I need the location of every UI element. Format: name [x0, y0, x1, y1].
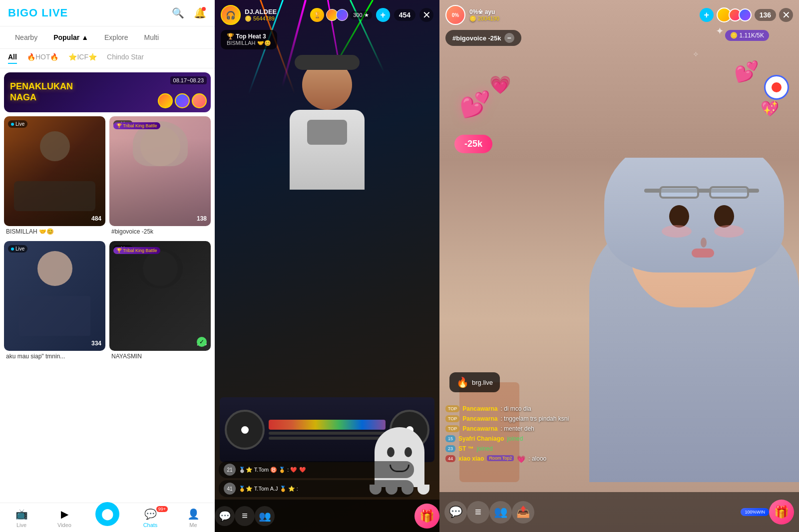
streamer-id: 🪙 5644789 [245, 15, 277, 22]
heart-decoration-4: 💖 [761, 100, 779, 117]
stream-title-2: #bigovoice -25k [109, 226, 211, 237]
notification-dot [202, 7, 206, 11]
filter-tabs: All 🔥HOT🔥 ⭐ICF⭐ Chindo Star [0, 49, 215, 68]
right-chat-msg-6: 44 xiao xiao Room Top2 💗 : alooo [445, 455, 793, 463]
right-avatar: 0% [445, 5, 465, 25]
heat-badge-text: 🏆 Top Heat 3 [227, 33, 271, 40]
brg-live-text: brg.live [472, 379, 493, 386]
stream-thumb-3: Live 334 [4, 241, 105, 351]
middle-top-bar: 🎧 DJ.ALDEE 🪙 5644789 🏆 300 ★ + 454 ✕ [215, 0, 439, 30]
chat-user-5: ST ™ [458, 445, 474, 452]
right-gift-btn[interactable]: 🎁 [769, 500, 794, 525]
users-button[interactable]: 👥 [255, 506, 275, 526]
filter-all[interactable]: All [8, 53, 17, 64]
right-chat-msg-5: 23 ST ™ joined [445, 445, 793, 452]
middle-video-bg [215, 0, 439, 532]
nav-center[interactable]: ⬤ [86, 507, 129, 528]
chat-icon-1: 21 [224, 464, 236, 476]
nav-me[interactable]: 👤 Me [172, 507, 215, 528]
chat-user-3: Pancawarna [462, 425, 497, 432]
tab-explore[interactable]: Explore [97, 30, 135, 44]
right-name-row: 0%※ ayu 🪙 2004190 [469, 8, 499, 22]
stream-grid-2: Live 334 aku mau siap" tmnin... Live 174 [4, 241, 211, 362]
points-badge: 🪙 1.11K/5K [725, 30, 769, 41]
record-button[interactable] [764, 75, 789, 100]
join-text-2: joined [477, 445, 493, 452]
viewers-3: 334 [91, 340, 101, 347]
stream-card-2[interactable]: Live 138 🏆 Tribal King Battle #bigovoice… [109, 116, 211, 237]
chat-badge-4: 15 [445, 435, 455, 442]
stream-thumb-1: Live 484 [4, 116, 105, 226]
tribal-badge-4: 🏆 Tribal King Battle [113, 245, 160, 254]
tab-nearby[interactable]: Nearby [8, 30, 44, 44]
live-badge-3: Live [8, 245, 27, 253]
streamer-name: DJ.ALDEE [245, 8, 277, 15]
chat-text-r3: : menter deh [500, 425, 534, 432]
nav-chats[interactable]: 💬 Chats 99+ [129, 507, 172, 528]
middle-panel: 🎧 DJ.ALDEE 🪙 5644789 🏆 300 ★ + 454 ✕ 🏆 T… [215, 0, 439, 532]
right-panel: 💕 💗 💕 💖 ✦ ✧ [439, 0, 799, 532]
chat-badge-3: TOP [445, 425, 459, 432]
nav-video-label: Video [57, 522, 71, 528]
right-comment-btn[interactable]: 💬 [444, 501, 467, 524]
banner-date: 08.17~08.23 [170, 76, 207, 84]
heart-decoration-1: 💕 [459, 90, 490, 119]
search-icon[interactable]: 🔍 [171, 6, 185, 20]
right-coins: 🪙 2004190 [469, 15, 499, 22]
chat-user-4: Syafri Chaniago [458, 435, 504, 442]
stream-thumb-2: Live 138 🏆 Tribal King Battle [109, 116, 211, 226]
filter-chindo[interactable]: Chindo Star [107, 53, 144, 64]
right-close-button[interactable]: ✕ [779, 8, 793, 22]
minus-button[interactable]: − [504, 33, 514, 43]
right-follow-button[interactable]: + [700, 8, 714, 22]
stream-card-1[interactable]: Live 484 BISMILLAH 🤝😊 [4, 116, 105, 237]
streamer-avatar: 🎧 [221, 5, 241, 25]
nav-live[interactable]: 📺 Live [0, 507, 43, 528]
right-viewers-count: 136 [755, 9, 776, 21]
tab-popular[interactable]: Popular ▲ [46, 30, 95, 44]
stream-title-3: aku mau siap" tmnin... [4, 351, 105, 362]
stream-card-3[interactable]: Live 334 aku mau siap" tmnin... [4, 241, 105, 362]
sparkle-2: ✧ [693, 50, 699, 59]
chat-msg-2: 41 🥇⭐ T.Tom A.J 🏅 ⭐ : [219, 480, 414, 497]
stream-card-4[interactable]: Live 174 🏆 Tribal King Battle ✓ NAYASMIN [109, 241, 211, 362]
chat-overlay: 21 🥈⭐ T.Tom ♉ 🏅 : ❤️ ❤️ 41 🥇⭐ T.Tom A.J … [219, 461, 435, 497]
bigo-logo: BIGO LIVE [8, 6, 68, 19]
live-icon: 📺 [14, 507, 28, 521]
viewers-1: 484 [91, 215, 101, 222]
left-header: BIGO LIVE 🔍 🔔 [0, 0, 215, 26]
viewers-2: 138 [197, 215, 207, 222]
event-banner[interactable]: PENAKLUKANNAGA 08.17~08.23 [4, 72, 211, 112]
chat-text-1: 🥈⭐ T.Tom ♉ 🏅 : ❤️ ❤️ [239, 467, 306, 473]
banner-title: PENAKLUKANNAGA [10, 81, 73, 103]
rank-icon-1: 🏆 [310, 8, 324, 22]
right-users-btn[interactable]: 👥 [489, 501, 512, 524]
stream-title-1: BISMILLAH 🤝😊 [4, 226, 105, 237]
filter-icf[interactable]: ⭐ICF⭐ [68, 53, 97, 64]
chat-badge-1: TOP [445, 405, 459, 412]
audience-3 [739, 8, 752, 21]
comment-button[interactable]: 💬 [215, 506, 235, 526]
close-button[interactable]: ✕ [419, 8, 433, 22]
chat-text-r6: : alooo [528, 455, 546, 462]
tab-multi[interactable]: Multi [137, 30, 166, 44]
gift-button[interactable]: 🎁 [414, 504, 439, 529]
center-button[interactable]: ⬤ [95, 502, 119, 526]
follow-button[interactable]: + [376, 8, 390, 22]
chat-user-1: Pancawarna [462, 405, 497, 412]
menu-button[interactable]: ≡ [235, 506, 255, 526]
right-username: 0%※ ayu [469, 8, 499, 15]
left-panel: BIGO LIVE 🔍 🔔 Nearby Popular ▲ Explore M… [0, 0, 215, 532]
right-menu-btn[interactable]: ≡ [467, 501, 489, 524]
nav-chats-label: Chats [143, 522, 158, 528]
filter-hot[interactable]: 🔥HOT🔥 [27, 53, 59, 64]
brg-live-badge: 🔥 brg.live [449, 372, 500, 392]
right-share-btn[interactable]: 📤 [512, 501, 534, 524]
join-text-1: joined [507, 435, 523, 442]
nav-video[interactable]: ▶ Video [43, 507, 86, 528]
banner-avatar-3 [192, 93, 207, 108]
stream-title-4: NAYASMIN [109, 351, 211, 362]
notification-icon[interactable]: 🔔 [193, 6, 207, 20]
top-viewer-2 [336, 9, 348, 21]
bottom-nav: 📺 Live ▶ Video ⬤ 💬 Chats 99+ 👤 Me [0, 503, 215, 532]
